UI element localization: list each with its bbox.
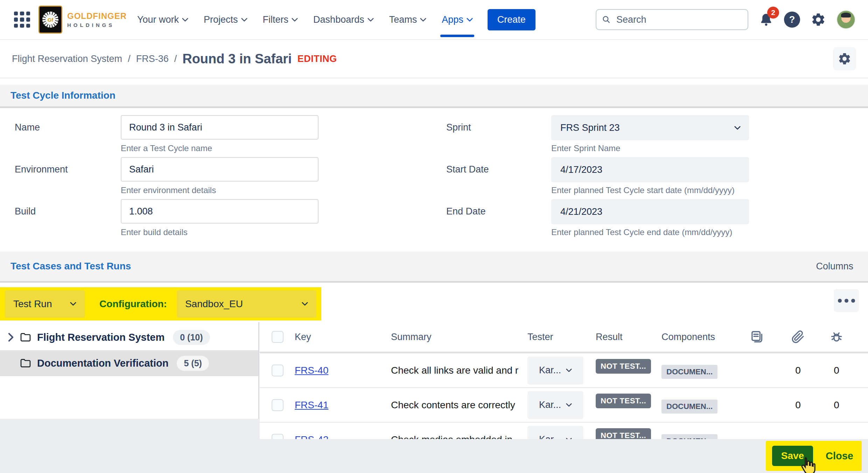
name-field[interactable]: Round 3 in Safari [121,115,318,140]
tester-select[interactable]: Kar... [527,391,583,419]
tester-value: Kar... [539,400,561,410]
apps-active-underline [440,35,474,37]
start-date-helper: Enter planned Test Cycle start date (mm/… [551,185,735,195]
menu-projects[interactable]: Projects [204,14,247,25]
name-label: Name [15,122,40,133]
table-row: FRS-41 Check contents are correctly Kar.… [260,388,868,423]
top-nav: Gf GOLDFINGER HOLDINGS Your work Project… [0,0,868,40]
close-button[interactable]: Close [824,450,855,462]
logo-title: GOLDFINGER [67,11,127,21]
create-button[interactable]: Create [488,9,536,30]
company-logo[interactable]: Gf GOLDFINGER HOLDINGS [38,6,127,34]
help-button[interactable]: ? [784,12,800,28]
menu-teams[interactable]: Teams [389,14,427,25]
environment-field[interactable]: Safari [121,157,318,182]
save-close-highlight: Save Close [766,441,862,471]
nav-right-cluster: 2 ? [596,9,855,30]
tests-section-header: Test Cases and Test Runs Columns [0,252,868,283]
attachments-count: 0 [795,365,801,376]
tree-item-count-badge: 5 (5) [177,356,209,371]
configuration-value: Sandbox_EU [185,298,243,310]
attachments-count: 0 [795,400,801,411]
breadcrumb-bar: Flight Reservation System / FRS-36 / Rou… [0,40,868,78]
issue-key-link[interactable]: FRS-40 [295,365,328,376]
issue-key-link[interactable]: FRS-42 [295,434,328,439]
folder-icon [20,332,31,343]
end-date-label: End Date [446,206,486,217]
page-settings-button[interactable] [833,47,856,70]
summary-text: Check all links are valid and r [391,365,518,376]
app-switcher-icon[interactable] [14,12,30,28]
settings-button[interactable] [811,12,826,27]
chevron-down-icon [241,18,247,22]
row-checkbox[interactable] [272,434,284,439]
select-all-checkbox[interactable] [272,331,284,343]
sprint-select[interactable]: FRS Sprint 23 [551,115,749,140]
search-box[interactable] [596,9,748,30]
user-avatar[interactable] [836,10,855,29]
turbine-icon: Gf [42,12,58,28]
issue-key-link[interactable]: FRS-41 [295,400,328,410]
breadcrumb-issue-key[interactable]: FRS-36 [136,54,169,64]
menu-label: Filters [263,14,289,25]
environment-value: Safari [129,164,154,175]
test-case-tree: Flight Reservation System 0 (10) Documen… [0,322,259,419]
components-badge: DOCUMEN... [662,365,718,379]
more-actions-button[interactable] [834,289,859,312]
menu-label: Dashboards [313,14,364,25]
search-input[interactable] [616,14,742,26]
row-checkbox[interactable] [272,399,284,411]
table-header-row: Key Summary Tester Result Components [260,322,868,353]
logo-text: GOLDFINGER HOLDINGS [67,11,127,28]
chevron-down-icon [467,18,473,22]
gear-icon [838,52,852,66]
start-date-label: Start Date [446,164,489,175]
test-run-table: Key Summary Tester Result Components [260,322,868,439]
chevron-down-icon [182,18,188,22]
menu-label: Apps [442,14,463,25]
build-helper: Enter build details [121,227,188,237]
tester-select[interactable]: Kar... [527,356,583,384]
menu-label: Your work [137,14,179,25]
sprint-helper: Enter Sprint Name [551,143,620,153]
breadcrumb-separator: / [174,54,177,64]
start-date-field[interactable]: 4/17/2023 [551,157,749,182]
configuration-label: Configuration: [99,298,167,310]
notifications-button[interactable]: 2 [759,12,774,27]
chevron-down-icon [566,438,572,439]
result-status-badge: NOT TEST... [596,359,651,374]
tree-item-count-badge: 0 (10) [173,330,210,345]
row-checkbox[interactable] [272,365,284,376]
menu-apps-active[interactable]: Apps [442,14,473,25]
main-menu: Your work Projects Filters Dashboards Te… [137,14,473,25]
name-value: Round 3 in Safari [129,122,202,133]
cycle-info-section-title: Test Cycle Information [10,90,115,101]
configuration-select[interactable]: Sandbox_EU [177,290,316,318]
chevron-down-icon [734,126,741,130]
columns-button[interactable]: Columns [816,261,853,272]
build-field[interactable]: 1.008 [121,199,318,224]
chevron-down-icon [566,368,572,372]
name-helper: Enter a Test Cycle name [121,143,212,153]
tree-item-flight-reservation-system[interactable]: Flight Reservation System 0 (10) [0,324,258,350]
save-button[interactable]: Save [772,446,813,466]
menu-your-work[interactable]: Your work [137,14,188,25]
test-run-select[interactable]: Test Run [5,290,85,318]
build-value: 1.008 [129,206,153,217]
tester-value: Kar... [539,434,561,439]
breadcrumb-project[interactable]: Flight Reservation System [12,54,122,64]
build-label: Build [15,206,36,217]
tree-item-documentation-verification[interactable]: Documentation Verification 5 (5) [0,350,258,376]
environment-helper: Enter environment details [121,185,216,195]
header-summary: Summary [391,332,527,343]
folder-icon [20,358,31,368]
start-date-value: 4/17/2023 [560,164,602,175]
lower-area: Flight Reservation System 0 (10) Documen… [0,322,868,473]
menu-dashboards[interactable]: Dashboards [313,14,374,25]
tester-select[interactable]: Kar... [527,426,583,439]
end-date-field[interactable]: 4/21/2023 [551,199,749,224]
result-status-badge: NOT TEST... [596,428,651,439]
menu-filters[interactable]: Filters [263,14,298,25]
sprint-value: FRS Sprint 23 [560,122,620,133]
gear-icon [811,12,826,27]
